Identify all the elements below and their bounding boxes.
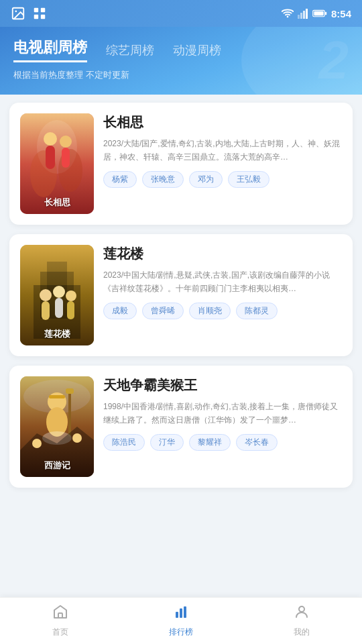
signal-icon bbox=[298, 8, 308, 19]
header-tabs: 电视剧周榜 综艺周榜 动漫周榜 bbox=[13, 38, 349, 62]
svg-rect-8 bbox=[300, 13, 302, 19]
tag-0-1[interactable]: 张晚意 bbox=[142, 171, 184, 188]
tab-variety[interactable]: 综艺周榜 bbox=[106, 42, 154, 62]
poster-3: 西游记 bbox=[20, 376, 94, 477]
status-time: 8:54 bbox=[331, 8, 351, 19]
svg-rect-7 bbox=[298, 15, 300, 19]
status-left-icons bbox=[11, 6, 47, 21]
tag-0-2[interactable]: 邓为 bbox=[189, 171, 223, 188]
svg-rect-35 bbox=[49, 395, 65, 398]
poster-2: 莲花楼 bbox=[20, 245, 94, 345]
card-2-info: 莲花楼 2023/中国大陆/剧情,悬疑,武侠,古装,国产,该剧改编自藤萍的小说《… bbox=[103, 245, 342, 345]
wifi-icon bbox=[282, 9, 294, 18]
tag-1-3[interactable]: 陈都灵 bbox=[236, 303, 278, 319]
svg-rect-13 bbox=[314, 11, 323, 15]
status-bar: 8:54 bbox=[0, 0, 362, 27]
svg-point-1 bbox=[15, 10, 17, 12]
tag-0-0[interactable]: 杨紫 bbox=[103, 171, 137, 188]
svg-rect-3 bbox=[41, 8, 45, 12]
svg-rect-19 bbox=[46, 146, 55, 169]
content-area: 长相思 长相思 2023/大陆/国产,爱情,奇幻,古装,内地,大陆,上古时期，人… bbox=[0, 95, 362, 552]
tag-1-1[interactable]: 曾舜晞 bbox=[142, 303, 184, 319]
tag-1-2[interactable]: 肖顺尧 bbox=[189, 303, 231, 319]
card-3-info: 天地争霸美猴王 1998/中国香港/剧情,喜剧,动作,奇幻,古装,接着上一集，唐… bbox=[103, 376, 342, 477]
nav-home[interactable]: 首页 bbox=[0, 598, 121, 644]
image-icon bbox=[11, 6, 25, 21]
poster-1: 长相思 bbox=[20, 113, 94, 214]
svg-point-28 bbox=[53, 286, 65, 298]
svg-rect-4 bbox=[34, 15, 38, 19]
user-icon bbox=[294, 604, 310, 624]
svg-rect-37 bbox=[68, 390, 71, 437]
card-3-tags: 陈浩民 汀华 黎耀祥 岑长春 bbox=[103, 434, 342, 451]
svg-point-30 bbox=[66, 290, 76, 301]
chart-bars-icon bbox=[173, 604, 189, 620]
nav-mine-label: 我的 bbox=[294, 627, 310, 638]
poster-3-text: 西游记 bbox=[20, 460, 94, 472]
svg-rect-10 bbox=[306, 9, 308, 19]
svg-rect-12 bbox=[325, 12, 326, 15]
svg-rect-5 bbox=[41, 15, 45, 19]
svg-rect-29 bbox=[55, 298, 63, 318]
svg-rect-2 bbox=[34, 8, 38, 12]
bottom-navigation: 首页 排行榜 我的 bbox=[0, 597, 362, 644]
svg-rect-27 bbox=[42, 301, 50, 320]
card-2-tags: 成毅 曾舜晞 肖顺尧 陈都灵 bbox=[103, 303, 342, 319]
grid-icon bbox=[32, 6, 47, 21]
tab-anime[interactable]: 动漫周榜 bbox=[173, 42, 221, 62]
svg-point-6 bbox=[287, 16, 289, 18]
tag-2-0[interactable]: 陈浩民 bbox=[103, 434, 145, 451]
tag-2-3[interactable]: 岑长春 bbox=[236, 434, 278, 451]
svg-point-18 bbox=[44, 132, 57, 146]
card-1-tags: 杨紫 张晚意 邓为 王弘毅 bbox=[103, 171, 342, 188]
header-subtitle: 根据当前热度整理 不定时更新 bbox=[13, 69, 349, 81]
card-3-title: 天地争霸美猴王 bbox=[103, 376, 342, 394]
card-2-meta: 2023/中国大陆/剧情,悬疑,武侠,古装,国产,该剧改编自藤萍的小说《吉祥纹莲… bbox=[103, 268, 342, 296]
svg-rect-44 bbox=[176, 612, 178, 618]
chart-icon bbox=[173, 604, 189, 624]
nav-mine[interactable]: 我的 bbox=[241, 598, 362, 644]
status-right-icons: 8:54 bbox=[282, 8, 351, 19]
show-card-2[interactable]: 莲花楼 莲花楼 2023/中国大陆/剧情,悬疑,武侠,古装,国产,该剧改编自藤萍… bbox=[9, 234, 353, 356]
page-header: 2 电视剧周榜 综艺周榜 动漫周榜 根据当前热度整理 不定时更新 bbox=[0, 27, 362, 95]
svg-rect-45 bbox=[180, 608, 182, 618]
tag-1-0[interactable]: 成毅 bbox=[103, 303, 137, 319]
tag-0-3[interactable]: 王弘毅 bbox=[228, 171, 269, 188]
tag-2-1[interactable]: 汀华 bbox=[150, 434, 184, 451]
header-bg-decoration: 2 bbox=[319, 34, 349, 87]
svg-point-26 bbox=[40, 289, 52, 301]
card-2-title: 莲花楼 bbox=[103, 245, 342, 263]
card-3-meta: 1998/中国香港/剧情,喜剧,动作,奇幻,古装,接着上一集，唐僧师徒又继续上路… bbox=[103, 400, 342, 427]
battery-icon bbox=[312, 9, 327, 18]
show-card-1[interactable]: 长相思 长相思 2023/大陆/国产,爱情,奇幻,古装,内地,大陆,上古时期，人… bbox=[9, 103, 353, 225]
svg-rect-46 bbox=[184, 606, 186, 618]
nav-ranking[interactable]: 排行榜 bbox=[121, 598, 241, 644]
nav-home-label: 首页 bbox=[52, 627, 68, 638]
card-1-meta: 2023/大陆/国产,爱情,奇幻,古装,内地,大陆,上古时期，人、神、妖混居，神… bbox=[103, 137, 342, 164]
svg-point-41 bbox=[32, 439, 42, 448]
poster-2-text: 莲花楼 bbox=[20, 328, 94, 340]
show-card-3[interactable]: 西游记 天地争霸美猴王 1998/中国香港/剧情,喜剧,动作,奇幻,古装,接着上… bbox=[9, 366, 353, 488]
tab-tv[interactable]: 电视剧周榜 bbox=[13, 38, 87, 62]
tag-2-2[interactable]: 黎耀祥 bbox=[189, 434, 231, 451]
svg-point-42 bbox=[72, 433, 82, 443]
svg-point-20 bbox=[60, 136, 72, 148]
home-icon bbox=[52, 604, 68, 624]
svg-rect-38 bbox=[66, 388, 74, 394]
svg-rect-9 bbox=[303, 11, 305, 19]
svg-rect-43 bbox=[58, 613, 62, 618]
svg-rect-31 bbox=[67, 301, 74, 319]
card-1-title: 长相思 bbox=[103, 113, 342, 131]
svg-point-47 bbox=[299, 606, 304, 612]
poster-1-text: 长相思 bbox=[20, 197, 94, 209]
nav-ranking-label: 排行榜 bbox=[169, 627, 193, 638]
card-1-info: 长相思 2023/大陆/国产,爱情,奇幻,古装,内地,大陆,上古时期，人、神、妖… bbox=[103, 113, 342, 214]
svg-rect-21 bbox=[62, 148, 70, 168]
